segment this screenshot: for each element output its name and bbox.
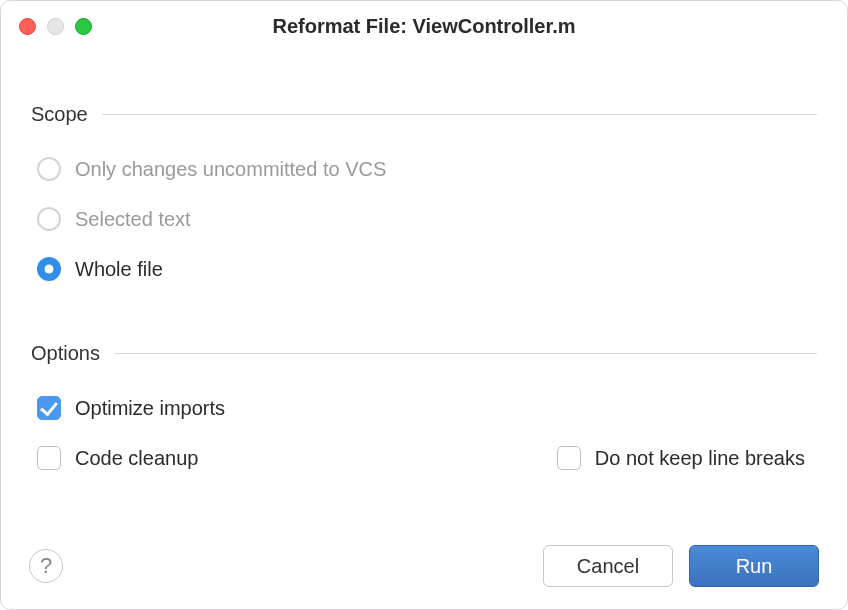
radio-label: Whole file [75, 258, 163, 281]
checkbox-code-cleanup[interactable]: Code cleanup [37, 446, 198, 470]
help-button[interactable]: ? [29, 549, 63, 583]
checkbox-icon[interactable] [557, 446, 581, 470]
radio-selected-text: Selected text [37, 194, 817, 244]
checkbox-label: Do not keep line breaks [595, 447, 805, 470]
cancel-button[interactable]: Cancel [543, 545, 673, 587]
radio-only-uncommitted: Only changes uncommitted to VCS [37, 144, 817, 194]
divider [114, 353, 817, 354]
checkbox-icon[interactable] [37, 396, 61, 420]
titlebar: Reformat File: ViewController.m [1, 1, 847, 45]
dialog-content: Scope Only changes uncommitted to VCS Se… [1, 45, 847, 483]
dialog-title: Reformat File: ViewController.m [1, 15, 847, 38]
run-button[interactable]: Run [689, 545, 819, 587]
radio-label: Selected text [75, 208, 191, 231]
checkbox-icon[interactable] [37, 446, 61, 470]
checkbox-label: Code cleanup [75, 447, 198, 470]
checkbox-optimize-imports[interactable]: Optimize imports [37, 383, 817, 433]
options-area: Optimize imports Code cleanup Do not kee… [31, 375, 817, 483]
scope-label: Scope [31, 103, 88, 126]
dialog-footer: ? Cancel Run [29, 545, 819, 587]
radio-icon [37, 207, 61, 231]
checkbox-no-line-breaks[interactable]: Do not keep line breaks [557, 446, 805, 470]
checkbox-label: Optimize imports [75, 397, 225, 420]
button-label: Cancel [577, 555, 639, 578]
radio-whole-file[interactable]: Whole file [37, 244, 817, 294]
divider [102, 114, 817, 115]
radio-icon [37, 157, 61, 181]
reformat-dialog: Reformat File: ViewController.m Scope On… [0, 0, 848, 610]
radio-icon[interactable] [37, 257, 61, 281]
options-label: Options [31, 342, 100, 365]
button-label: Run [736, 555, 773, 578]
scope-header: Scope [31, 103, 817, 126]
options-header: Options [31, 342, 817, 365]
help-icon: ? [40, 553, 52, 579]
scope-radio-group: Only changes uncommitted to VCS Selected… [31, 136, 817, 294]
radio-label: Only changes uncommitted to VCS [75, 158, 386, 181]
